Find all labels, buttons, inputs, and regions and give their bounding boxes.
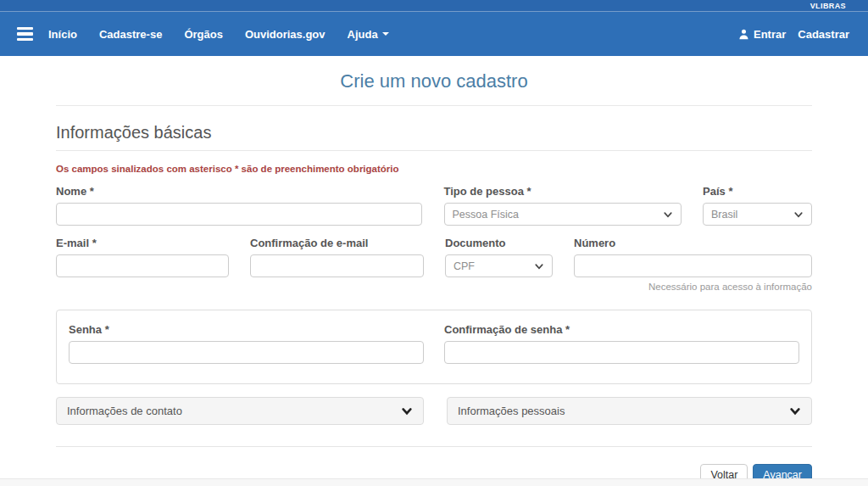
- confirmacao-senha-label: Confirmação de senha *: [444, 323, 799, 336]
- senha-panel: Senha * Confirmação de senha *: [56, 310, 812, 384]
- nav-item-inicio[interactable]: Início: [48, 28, 77, 41]
- vlibras-link[interactable]: VLIBRAS: [810, 2, 846, 10]
- confirmacao-senha-field-group: Confirmação de senha *: [444, 323, 799, 364]
- senha-row: Senha * Confirmação de senha *: [69, 323, 799, 364]
- page-title: Crie um novo cadastro: [56, 70, 812, 92]
- numero-label: Número: [574, 237, 812, 249]
- documento-selected-value: CPF: [453, 260, 475, 272]
- section-title: Informações básicas: [56, 123, 812, 151]
- required-asterisk: *: [728, 185, 732, 198]
- nome-field-group: Nome *: [56, 185, 422, 226]
- accordion-informacoes-contato[interactable]: Informações de contato: [56, 397, 424, 425]
- tipo-pessoa-select[interactable]: Pessoa Física: [444, 203, 682, 226]
- email-input[interactable]: [56, 254, 229, 277]
- footer-strip: [0, 478, 868, 486]
- numero-helper-text: Necessário para acesso à informação: [574, 282, 812, 292]
- tipo-pessoa-label: Tipo de pessoa *: [444, 185, 682, 198]
- nome-input[interactable]: [56, 203, 422, 226]
- chevron-down-icon: [663, 209, 673, 220]
- confirmacao-email-input[interactable]: [250, 254, 424, 277]
- nome-label: Nome *: [56, 185, 422, 198]
- form-row-1: Nome * Tipo de pessoa * Pessoa Física Pa…: [56, 185, 812, 226]
- numero-field-group: Número Necessário para acesso à informaç…: [574, 237, 812, 292]
- accordion-label: Informações pessoais: [458, 405, 565, 417]
- chevron-down-icon: [789, 405, 801, 417]
- main-navbar: Início Cadastre-se Órgãos Ouvidorias.gov…: [0, 12, 868, 56]
- title-divider: [56, 105, 812, 106]
- entrar-link[interactable]: Entrar: [738, 28, 786, 41]
- nav-right: Entrar Cadastrar: [738, 28, 849, 41]
- pais-field-group: País * Brasil: [703, 185, 812, 226]
- chevron-down-icon: [401, 405, 413, 417]
- accordion-label: Informações de contato: [67, 405, 182, 417]
- tipo-pessoa-selected-value: Pessoa Física: [453, 209, 520, 221]
- cadastrar-link[interactable]: Cadastrar: [798, 28, 849, 41]
- accordion-group: Informações de contato Informações pesso…: [56, 397, 812, 425]
- pais-select[interactable]: Brasil: [703, 203, 812, 226]
- required-asterisk: *: [92, 237, 97, 249]
- hamburger-menu-icon[interactable]: [15, 25, 35, 43]
- page-header: VLIBRAS Início Cadastre-se Órgãos Ouvido…: [0, 0, 868, 56]
- required-asterisk: *: [527, 185, 531, 198]
- confirmacao-senha-input[interactable]: [444, 341, 799, 364]
- nav-item-orgaos[interactable]: Órgãos: [184, 28, 223, 41]
- documento-field-group: Documento CPF: [445, 237, 553, 292]
- pais-label: País *: [703, 185, 812, 198]
- required-asterisk: *: [565, 323, 570, 336]
- caret-down-icon: [382, 32, 389, 36]
- top-strip: VLIBRAS: [0, 0, 868, 12]
- required-asterisk: *: [90, 185, 94, 198]
- tipo-pessoa-field-group: Tipo de pessoa * Pessoa Física: [444, 185, 682, 226]
- senha-input[interactable]: [69, 341, 424, 364]
- chevron-down-icon: [534, 261, 544, 271]
- actions-divider: [56, 446, 812, 447]
- nav-item-ouvidorias[interactable]: Ouvidorias.gov: [245, 28, 326, 41]
- nav-item-ajuda[interactable]: Ajuda: [348, 28, 389, 41]
- entrar-label: Entrar: [754, 28, 786, 41]
- accordion-informacoes-pessoais[interactable]: Informações pessoais: [447, 397, 812, 425]
- email-label: E-mail *: [56, 237, 229, 249]
- pais-selected-value: Brasil: [711, 209, 737, 221]
- nav-left: Início Cadastre-se Órgãos Ouvidorias.gov…: [15, 25, 411, 43]
- senha-field-group: Senha *: [69, 323, 424, 364]
- nav-item-cadastre-se[interactable]: Cadastre-se: [99, 28, 162, 41]
- nav-ajuda-label: Ajuda: [348, 28, 378, 41]
- register-form: Crie um novo cadastro Informações básica…: [56, 56, 812, 486]
- documento-select[interactable]: CPF: [445, 254, 553, 277]
- email-field-group: E-mail *: [56, 237, 229, 292]
- numero-input[interactable]: [574, 254, 812, 277]
- documento-label: Documento: [445, 237, 553, 249]
- form-row-2: E-mail * Confirmação de e-mail Documento…: [56, 237, 812, 292]
- senha-label: Senha *: [69, 323, 424, 336]
- required-fields-note: Os campos sinalizados com asterisco * sã…: [56, 164, 812, 174]
- confirmacao-email-label: Confirmação de e-mail: [250, 237, 424, 249]
- confirmacao-email-field-group: Confirmação de e-mail: [250, 237, 424, 292]
- required-asterisk: *: [105, 323, 109, 336]
- chevron-down-icon: [793, 209, 804, 220]
- person-icon: [738, 29, 749, 40]
